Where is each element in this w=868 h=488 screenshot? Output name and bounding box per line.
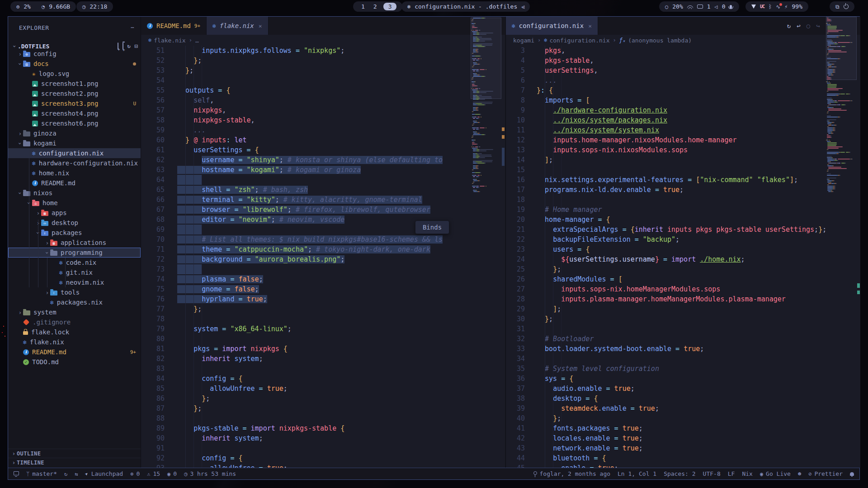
tab-close-icon[interactable]: ×: [588, 23, 592, 29]
tree-item-screenshot4.png[interactable]: ›screenshot4.png: [8, 108, 141, 118]
tree-item-hardware-configuration.nix[interactable]: ›❄hardware-configuration.nix: [8, 158, 141, 168]
tab-README.md[interactable]: iREADME.md9+: [141, 17, 207, 35]
tree-item-programming[interactable]: ›programming: [8, 248, 141, 258]
status-item-remote[interactable]: [14, 471, 19, 476]
breadcrumb-item-…[interactable]: …: [195, 37, 199, 44]
code-line: 71 theme = "catppuccin-mocha"; # tokyo-n…: [141, 244, 505, 254]
tree-item-screenshot3.png[interactable]: ›screenshot3.pngU: [8, 99, 141, 108]
minimap-right[interactable]: [826, 17, 857, 468]
breadcrumb-item-kogami[interactable]: kogami: [513, 37, 534, 44]
status-item-LF[interactable]: LF: [728, 470, 735, 477]
minimap-left[interactable]: [471, 17, 501, 468]
tree-item-git.nix[interactable]: ›❄git.nix: [8, 267, 141, 277]
status-item-sync[interactable]: ↻: [64, 471, 67, 477]
notification-wave-icon[interactable]: ∿: [776, 4, 780, 9]
tree-item-system[interactable]: ›system: [8, 307, 141, 317]
new-folder-icon[interactable]: [123, 43, 123, 49]
speaker-muted-icon[interactable]: ◁✕: [521, 4, 524, 9]
tray-app-icon[interactable]: UC: [760, 4, 764, 9]
status-item-face[interactable]: ☻: [798, 471, 801, 477]
workspace-3[interactable]: 3: [383, 3, 397, 10]
new-file-icon[interactable]: [118, 43, 118, 49]
explorer-more-actions-icon[interactable]: ⋯: [131, 25, 134, 30]
tree-item-logo.svg[interactable]: ›✳logo.svg: [8, 69, 141, 79]
status-item-Spaces: 2[interactable]: Spaces: 2: [664, 470, 695, 477]
minimap-slider[interactable]: [826, 17, 857, 80]
tree-item-flake.nix[interactable]: ›❄flake.nix: [8, 337, 141, 347]
status-item-0[interactable]: ◉0: [167, 470, 177, 477]
tree-item-screenshot1.png[interactable]: ›screenshot1.png: [8, 79, 141, 89]
editor-action-back-icon[interactable]: ↩: [797, 23, 800, 29]
breadcrumbs-right[interactable]: kogami›❄configuration.nix›ƒₓ(anonymous l…: [506, 35, 860, 46]
breadcrumb-item-(anonymous lambda)[interactable]: ƒₓ(anonymous lambda): [619, 37, 692, 44]
status-item-Go Live[interactable]: ◉Go Live: [760, 470, 791, 477]
status-item-0[interactable]: ⊗0: [130, 470, 140, 477]
tree-item-screenshot2.png[interactable]: ›screenshot2.png: [8, 89, 141, 99]
status-item-15[interactable]: ⚠15: [147, 470, 160, 477]
code-editor-flake-nix[interactable]: 51 inputs.nixpkgs.follows = "nixpkgs";52…: [141, 46, 505, 468]
breadcrumb-item-configuration.nix[interactable]: ❄configuration.nix: [544, 37, 609, 44]
tree-item-flake.lock[interactable]: ›flake.lock: [8, 327, 141, 337]
wifi-icon[interactable]: [687, 5, 693, 9]
tree-item-neovim.nix[interactable]: ›❄neovim.nix: [8, 277, 141, 287]
tree-item-docs[interactable]: ›▤docs: [8, 59, 141, 69]
power-icon[interactable]: [844, 4, 849, 9]
minimap-slider[interactable]: [471, 18, 501, 99]
volume-icon[interactable]: ◁: [715, 4, 718, 9]
tree-item-home.nix[interactable]: ›❄home.nix: [8, 168, 141, 178]
status-item-master*[interactable]: ᛘmaster*: [26, 470, 57, 477]
vpn-shield-icon[interactable]: [751, 5, 756, 9]
bluetooth-icon[interactable]: ᛒ: [769, 4, 772, 9]
status-item-Ln 1, Col 1[interactable]: Ln 1, Col 1: [618, 470, 656, 477]
collapse-folders-icon[interactable]: ⊟: [135, 43, 138, 49]
status-item-compare[interactable]: ⇆: [75, 471, 78, 477]
tree-item-nixos[interactable]: ›nixos: [8, 188, 141, 198]
tree-item-packages[interactable]: ›↑packages: [8, 228, 141, 238]
editor-action-history-icon[interactable]: ↻: [787, 23, 791, 29]
tree-item-configuration.nix[interactable]: ›❄configuration.nix: [8, 148, 141, 158]
folder-icon: [23, 131, 30, 136]
tree-item-tools[interactable]: ››tools: [8, 287, 141, 297]
tree-item-desktop[interactable]: ›▭desktop: [8, 218, 141, 228]
workspace-1[interactable]: 1: [359, 3, 367, 10]
breadcrumbs-left[interactable]: ❄flake.nix›…: [141, 35, 505, 46]
tree-item-home[interactable]: ›⌂home: [8, 198, 141, 208]
tree-item-screenshot6.png[interactable]: ›screenshot6.png: [8, 118, 141, 128]
editor-action-circle-icon[interactable]: ○: [807, 23, 810, 29]
tree-item-ginoza[interactable]: ›ginoza: [8, 128, 141, 138]
tree-item-label: screenshot6.png: [41, 120, 98, 127]
breadcrumb-item-flake.nix[interactable]: ❄flake.nix: [148, 37, 186, 44]
editor-action-forward-icon[interactable]: ↪: [816, 23, 820, 29]
tab-close-icon[interactable]: ×: [259, 23, 262, 29]
code-line: 87 };: [141, 404, 505, 413]
status-item-bell[interactable]: [850, 472, 854, 476]
timeline-section[interactable]: › TIMELINE: [8, 458, 141, 467]
tree-item-kogami[interactable]: ›kogami: [8, 138, 141, 148]
system-stats-pill: ⚙ 2% ◔ 9.66GB: [10, 1, 76, 12]
nix-icon: ❄: [23, 339, 27, 345]
tree-item-README.md[interactable]: ›iREADME.md9+: [8, 347, 141, 357]
status-item-foglar, 2 months ago[interactable]: foglar, 2 months ago: [533, 470, 611, 477]
code-editor-configuration-nix[interactable]: 3 pkgs,4 pkgs-stable,5 userSettings,6 ..…: [506, 46, 860, 468]
tree-item-applications[interactable]: ›▦applications: [8, 238, 141, 248]
clipboard-icon[interactable]: ⧉: [835, 4, 840, 9]
status-item-Nix[interactable]: Nix: [742, 470, 752, 477]
status-item-Launchpad[interactable]: ➤Launchpad: [85, 470, 123, 477]
tree-item-.gitignore[interactable]: ›.gitignore: [8, 317, 141, 327]
tree-item-TODO.md[interactable]: ›✓TODO.md: [8, 357, 141, 367]
tree-item-apps[interactable]: ›▦apps: [8, 208, 141, 218]
microphone-icon[interactable]: [730, 5, 732, 9]
status-item-UTF-8[interactable]: UTF-8: [703, 470, 721, 477]
tab-configuration.nix[interactable]: ❄configuration.nix×: [506, 17, 598, 35]
status-item-Prettier[interactable]: ⊘Prettier: [808, 470, 843, 477]
tree-item-README.md[interactable]: ›iREADME.md: [8, 178, 141, 188]
tab-flake.nix[interactable]: ❄flake.nix×: [207, 17, 269, 35]
status-item-3 hrs 53 mins[interactable]: ◷3 hrs 53 mins: [184, 470, 236, 477]
tree-item-code.nix[interactable]: ›❄code.nix: [8, 258, 141, 267]
refresh-explorer-icon[interactable]: ↻: [127, 43, 131, 49]
tree-item-packages.nix[interactable]: ›❄packages.nix: [8, 297, 141, 307]
tree-item-config[interactable]: ›⚙config: [8, 49, 141, 59]
outline-section[interactable]: › OUTLINE: [8, 449, 141, 458]
workspace-2[interactable]: 2: [371, 3, 379, 10]
breadcrumb-separator: ›: [613, 37, 616, 43]
